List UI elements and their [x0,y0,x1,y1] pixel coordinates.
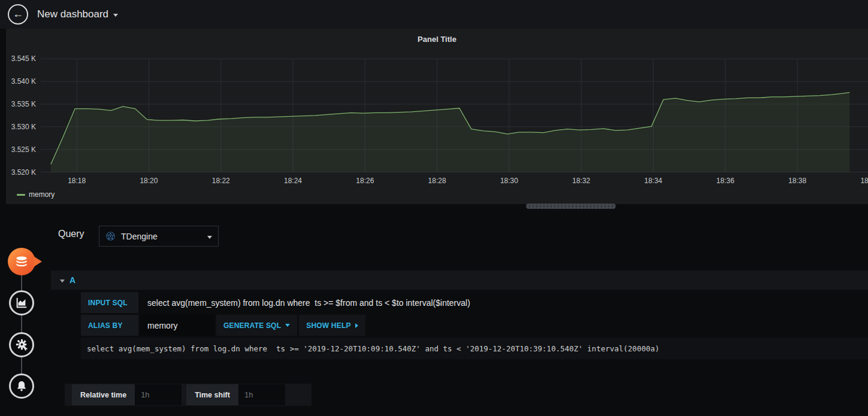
svg-text:18:34: 18:34 [645,177,663,185]
gear-wrench-icon [15,338,29,352]
input-sql-row: INPUT SQL [81,292,868,313]
dashboard-title: New dashboard [37,8,108,20]
svg-text:3.525 K: 3.525 K [11,145,36,154]
grafana-panel-editor: ← New dashboard 3.520 K3.525 K3.530 K3.5… [0,0,868,416]
svg-text:18:26: 18:26 [356,177,374,185]
input-sql-label: INPUT SQL [81,292,138,313]
svg-text:18:30: 18:30 [500,177,518,185]
database-icon [14,254,29,269]
svg-text:18:32: 18:32 [572,177,590,185]
legend-item-memory[interactable]: memory [17,190,55,199]
sidebar-tab-general[interactable] [9,332,34,357]
svg-text:3.540 K: 3.540 K [11,77,36,86]
timeseries-chart[interactable]: 3.520 K3.525 K3.530 K3.535 K3.540 K3.545… [6,29,868,204]
relative-time-label: Relative time [72,384,135,405]
svg-text:18:36: 18:36 [716,177,734,185]
bell-icon [15,379,28,393]
panel-resize-handle[interactable] [526,204,616,209]
svg-text:18:22: 18:22 [212,177,230,185]
tdengine-logo-icon [105,231,116,241]
svg-text:3.520 K: 3.520 K [11,168,36,177]
alias-by-row: ALIAS BY GENERATE SQL SHOW HELP [81,315,365,336]
show-help-button[interactable]: SHOW HELP [299,315,365,336]
collapse-caret-icon [60,280,65,283]
alias-by-label: ALIAS BY [81,315,138,336]
time-options-section: Relative time Time shift [65,384,311,406]
caret-right-icon [355,323,358,328]
graph-icon [15,296,28,309]
svg-text:18:38: 18:38 [788,177,806,185]
dashboard-title-menu[interactable]: New dashboard [37,8,118,20]
query-section-title: Query [58,229,84,239]
input-sql-field[interactable] [140,292,868,313]
chevron-down-icon [113,14,118,17]
sidebar-tab-alert[interactable] [9,374,34,399]
query-ref-row[interactable]: A [51,271,868,290]
arrow-left-icon: ← [13,8,23,19]
query-ref-letter: A [69,275,75,285]
top-navbar: ← New dashboard [0,0,868,29]
chevron-down-icon [207,236,212,239]
legend-label: memory [29,190,55,199]
datasource-picker[interactable]: TDengine [99,226,219,247]
svg-text:18:40: 18:40 [860,177,868,185]
svg-text:18:24: 18:24 [284,177,302,185]
alias-by-field[interactable] [140,315,214,336]
caret-down-icon [285,324,290,327]
back-button[interactable]: ← [8,4,28,25]
datasource-name: TDengine [121,232,207,241]
svg-text:3.545 K: 3.545 K [11,54,36,63]
svg-text:18:20: 18:20 [140,177,158,185]
time-shift-input[interactable] [238,384,285,405]
panel-title[interactable]: Panel Title [6,35,868,44]
graph-panel: 3.520 K3.525 K3.530 K3.535 K3.540 K3.545… [6,29,868,204]
legend-color-swatch [17,194,25,196]
svg-text:3.535 K: 3.535 K [11,100,36,108]
generated-sql-text: select avg(mem_system) from log.dn where… [81,338,868,359]
relative-time-input[interactable] [135,384,182,405]
svg-text:3.530 K: 3.530 K [11,123,36,131]
svg-text:18:18: 18:18 [68,177,86,185]
time-shift-label: Time shift [186,384,238,405]
tab-connector-line [21,262,22,386]
svg-text:18:28: 18:28 [428,177,446,185]
generate-sql-button[interactable]: GENERATE SQL [216,315,297,336]
sidebar-tab-visualization[interactable] [9,290,34,315]
sidebar-tab-queries[interactable] [8,248,35,275]
